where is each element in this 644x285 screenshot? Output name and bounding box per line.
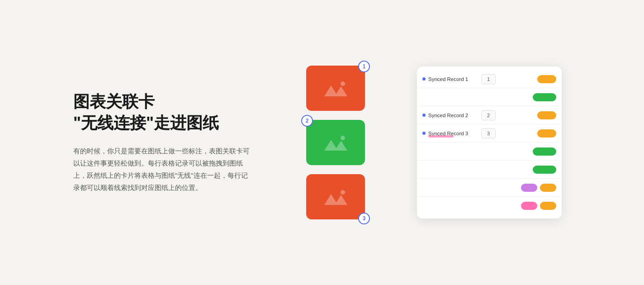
tag-orange-4 (537, 129, 556, 138)
table-row: Synced Record 1 1 (417, 70, 562, 88)
row-num-3: 2 (481, 110, 504, 120)
diagram-section: 1 2 (290, 66, 381, 219)
row-label-4: Synced Record 3 (422, 131, 481, 136)
page-container: 图表关联卡 "无线连接"走进图纸 有的时候，你只是需要在图纸上做一些标注，表图关… (0, 0, 644, 285)
num-box-3: 2 (481, 110, 496, 120)
svg-point-0 (341, 81, 345, 86)
table-row (417, 161, 562, 179)
table-row (417, 142, 562, 161)
badge-1: 1 (358, 61, 370, 72)
row-tag-8 (504, 202, 556, 210)
table-row (417, 197, 562, 215)
tag-green-6 (533, 166, 556, 174)
mountain-icon-3 (322, 187, 349, 207)
row-tag-7 (504, 184, 556, 192)
row-tag-4 (504, 129, 556, 138)
diagram-card-1: 1 (306, 66, 365, 111)
badge-2: 2 (301, 115, 313, 127)
tag-yellow-8 (540, 202, 556, 210)
row-tag-6 (504, 166, 556, 174)
num-box-1: 1 (481, 74, 496, 84)
diagram-card-3: 3 (306, 174, 365, 219)
diagram-card-1-row: 1 (306, 66, 365, 111)
dot-4 (422, 132, 426, 135)
row-label-3: Synced Record 2 (422, 113, 481, 118)
badge-3: 3 (358, 213, 370, 224)
row-tag-3 (504, 111, 556, 119)
mountain-icon-2 (322, 133, 349, 152)
tag-purple-7 (521, 184, 537, 192)
num-box-4: 3 (481, 128, 496, 138)
text-section: 图表关联卡 "无线连接"走进图纸 有的时候，你只是需要在图纸上做一些标注，表图关… (73, 91, 254, 194)
tag-green-2 (533, 93, 556, 101)
table-row (417, 88, 562, 106)
tag-green-5 (533, 147, 556, 156)
dot-3 (422, 114, 426, 117)
table-row (417, 179, 562, 197)
table-section: Synced Record 1 1 (417, 66, 562, 218)
mountain-icon-1 (322, 78, 349, 98)
tag-yellow-3 (537, 111, 556, 119)
table-row: Synced Record 3 3 (417, 124, 562, 142)
row-tag-1 (504, 75, 556, 83)
row-tag-2 (504, 93, 556, 101)
row-num-1: 1 (481, 74, 504, 84)
description: 有的时候，你只是需要在图纸上做一些标注，表图关联卡可以让这件事更轻松做到。每行表… (73, 145, 254, 194)
row-label-1: Synced Record 1 (422, 76, 481, 82)
main-title: 图表关联卡 "无线连接"走进图纸 (73, 91, 254, 134)
svg-point-1 (341, 136, 345, 140)
diagram-card-2-row: 2 (306, 120, 365, 165)
content-wrapper: 图表关联卡 "无线连接"走进图纸 有的时候，你只是需要在图纸上做一些标注，表图关… (73, 66, 571, 219)
diagram-card-2: 2 (306, 120, 365, 165)
svg-point-2 (341, 190, 345, 195)
tag-yellow-7 (540, 184, 556, 192)
tag-yellow-1 (537, 75, 556, 83)
dot-1 (422, 77, 426, 81)
table-card: Synced Record 1 1 (417, 66, 562, 218)
row-tag-5 (504, 147, 556, 156)
row-num-4: 3 (481, 128, 504, 138)
tag-pink-8 (521, 202, 537, 210)
diagram-card-3-row: 3 (306, 174, 365, 219)
table-row: Synced Record 2 2 (417, 106, 562, 124)
pink-underline (428, 135, 454, 138)
